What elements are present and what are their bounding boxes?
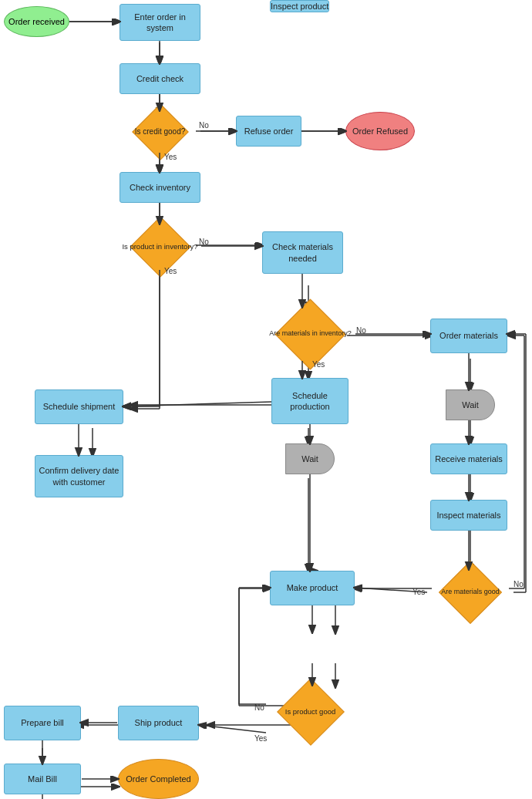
is-credit-good-node: Is credit good?	[120, 110, 200, 153]
order-completed-label: Order Completed	[126, 774, 190, 784]
credit-yes-label: Yes	[164, 153, 177, 161]
prod-good-yes-label: Yes	[254, 734, 267, 743]
order-refused-node: Order Refused	[345, 112, 415, 150]
product-inv-no-label: No	[199, 238, 209, 246]
wait1-node: Wait	[446, 389, 495, 420]
svg-line-58	[124, 402, 271, 406]
inspect-materials-node: Inspect materials	[430, 500, 507, 531]
mail-bill-label: Mail Bill	[28, 774, 57, 784]
credit-no-label: No	[199, 121, 209, 130]
order-received-node: Order received	[4, 6, 69, 37]
materials-no-label: No	[356, 326, 366, 335]
is-product-good-node: Is product good	[266, 685, 355, 739]
is-product-inventory-label: Is product in inventory?	[122, 242, 197, 251]
order-refused-label: Order Refused	[352, 126, 408, 137]
schedule-production-node: Schedule production	[271, 378, 348, 424]
confirm-delivery-node: Confirm delivery date with customer	[35, 455, 123, 497]
make-product-node: Make product	[270, 571, 355, 605]
svg-line-67	[200, 725, 266, 733]
enter-order-label: Enter order in system	[120, 12, 200, 34]
schedule-shipment-label: Schedule shipment	[43, 401, 116, 412]
order-materials-label: Order materials	[439, 330, 498, 341]
are-materials-good-node: Are materials good	[428, 569, 513, 615]
are-materials-good-label: Are materials good	[441, 588, 500, 597]
prepare-bill-node: Prepare bill	[4, 706, 81, 740]
order-received-label: Order received	[8, 16, 65, 27]
wait2-node: Wait	[285, 443, 335, 474]
are-materials-node: Are materials in inventory?	[266, 307, 355, 361]
make-product-label: Make product	[287, 582, 338, 593]
product-inv-yes-label: Yes	[164, 267, 177, 275]
are-materials-label: Are materials in inventory?	[269, 329, 352, 339]
enter-order-node: Enter order in system	[120, 4, 200, 41]
order-completed-node: Order Completed	[118, 759, 199, 799]
inspect-materials-label: Inspect materials	[436, 510, 500, 521]
mat-good-yes-label: Yes	[412, 588, 425, 596]
mail-bill-node: Mail Bill	[4, 764, 81, 794]
check-inventory-label: Check inventory	[130, 182, 190, 193]
wait1-label: Wait	[462, 400, 479, 410]
flowchart: Order received Enter order in system Cre…	[0, 0, 532, 799]
refuse-order-label: Refuse order	[244, 126, 294, 137]
schedule-production-label: Schedule production	[272, 390, 348, 413]
is-credit-good-label: Is credit good?	[135, 126, 186, 137]
receive-materials-node: Receive materials	[430, 443, 507, 474]
refuse-order-node: Refuse order	[236, 116, 301, 147]
receive-materials-label: Receive materials	[435, 453, 502, 464]
is-product-inventory-node: Is product in inventory?	[120, 224, 200, 270]
inspect-product-label: Inspect product	[271, 1, 328, 12]
inspect-product-node: Inspect product	[270, 0, 329, 12]
prepare-bill-label: Prepare bill	[21, 717, 64, 728]
check-materials-label: Check materials needed	[263, 241, 342, 264]
order-materials-node: Order materials	[430, 319, 507, 353]
check-inventory-node: Check inventory	[120, 172, 200, 203]
credit-check-node: Credit check	[120, 63, 200, 94]
check-materials-node: Check materials needed	[262, 231, 343, 274]
mat-good-no-label: No	[513, 580, 524, 588]
credit-check-label: Credit check	[136, 73, 184, 84]
wait2-label: Wait	[301, 454, 318, 464]
confirm-delivery-label: Confirm delivery date with customer	[35, 465, 123, 487]
is-product-good-label: Is product good	[285, 707, 336, 716]
schedule-shipment-node: Schedule shipment	[35, 389, 123, 424]
prod-good-no-label: No	[254, 703, 264, 712]
materials-yes-label: Yes	[312, 360, 325, 369]
ship-product-node: Ship product	[118, 706, 199, 740]
ship-product-label: Ship product	[135, 717, 183, 728]
